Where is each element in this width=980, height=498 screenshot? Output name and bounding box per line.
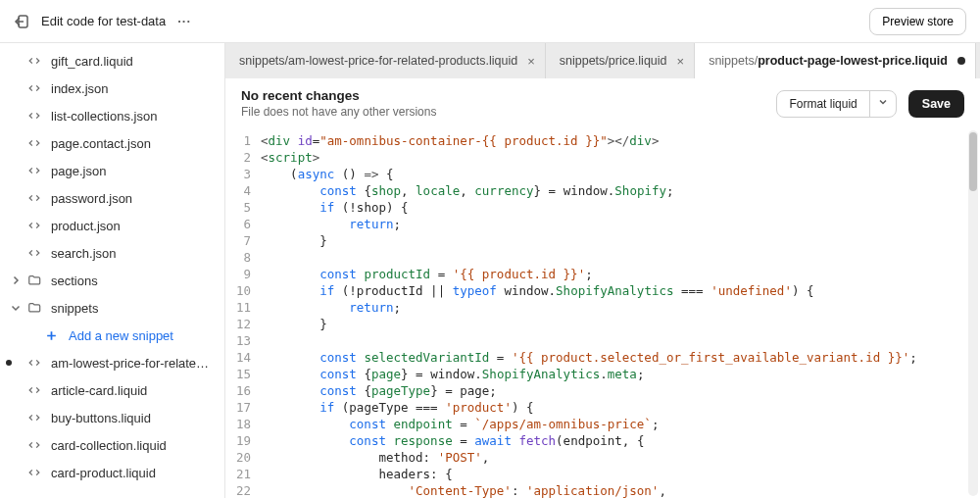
editor-tab[interactable]: snippets/am-lowest-price-for-related-pro…	[225, 43, 546, 78]
file-label: gift_card.liquid	[51, 54, 133, 69]
code-icon	[27, 81, 43, 95]
file-label: article-card.liquid	[51, 383, 147, 398]
code-editor[interactable]: 1234567891011121314151617181920212223242…	[225, 128, 980, 498]
sidebar-file[interactable]: gift_card.liquid	[0, 47, 224, 75]
file-label: index.json	[51, 81, 109, 96]
sidebar-file[interactable]: am-lowest-price-for-related-prod...	[0, 349, 224, 376]
sidebar-file[interactable]: card-product.liquid	[0, 459, 224, 486]
changes-subtitle: File does not have any other versions	[241, 105, 764, 119]
file-label: list-collections.json	[51, 109, 157, 124]
file-label: page.contact.json	[51, 136, 151, 151]
code-icon	[27, 411, 43, 424]
folder-icon	[27, 301, 43, 315]
chevron-down-icon	[10, 302, 24, 314]
tab-label: snippets/price.liquid	[560, 54, 667, 68]
sidebar-file[interactable]: index.json	[0, 75, 224, 102]
sidebar-file[interactable]: card-collection.liquid	[0, 431, 224, 459]
folder-label: snippets	[51, 301, 98, 316]
sidebar-file[interactable]: product.json	[0, 212, 224, 239]
sidebar-folder-snippets[interactable]: snippets	[0, 294, 224, 322]
code-icon	[27, 164, 43, 177]
sidebar-file[interactable]: article-card.liquid	[0, 376, 224, 404]
sidebar-file[interactable]: search.json	[0, 239, 224, 267]
format-liquid-button[interactable]: Format liquid	[776, 90, 896, 118]
file-label: search.json	[51, 246, 116, 261]
file-label: buy-buttons.liquid	[51, 411, 151, 425]
code-icon	[27, 438, 43, 452]
add-snippet-button[interactable]: Add a new snippet	[0, 322, 224, 349]
save-button[interactable]: Save	[908, 90, 964, 118]
file-label: password.json	[51, 191, 132, 206]
sidebar-file[interactable]: list-collections.json	[0, 102, 224, 129]
plus-icon	[45, 329, 61, 342]
page-title: Edit code for test-data	[41, 14, 166, 28]
file-sidebar[interactable]: gift_card.liquidindex.jsonlist-collectio…	[0, 43, 225, 498]
file-label: card-collection.liquid	[51, 438, 167, 453]
code-icon	[27, 383, 43, 397]
tab-label: snippets/am-lowest-price-for-related-pro…	[239, 54, 517, 68]
sidebar-file[interactable]: buy-buttons.liquid	[0, 404, 224, 431]
format-liquid-label[interactable]: Format liquid	[777, 91, 868, 117]
code-icon	[27, 109, 43, 123]
code-icon	[27, 356, 43, 370]
code-icon	[27, 219, 43, 232]
tab-label: snippets/product-page-lowest-price.liqui…	[709, 54, 948, 68]
format-liquid-caret[interactable]	[869, 91, 896, 117]
editor-scrollbar[interactable]	[968, 130, 978, 496]
file-label: card-product.liquid	[51, 466, 156, 480]
code-icon	[27, 191, 43, 205]
file-label: product.json	[51, 219, 121, 233]
code-content[interactable]: <div id="am-omnibus-container-{{ product…	[261, 128, 980, 498]
preview-store-button[interactable]: Preview store	[869, 8, 966, 35]
more-actions-button[interactable]: ···	[177, 14, 191, 28]
folder-icon	[27, 274, 43, 287]
dirty-dot-icon	[957, 57, 965, 65]
code-icon	[27, 136, 43, 150]
exit-icon[interactable]	[14, 14, 29, 29]
close-tab-icon[interactable]: ×	[677, 54, 685, 69]
editor-tab[interactable]: snippets/price.liquid×	[546, 43, 695, 78]
sidebar-folder-sections[interactable]: sections	[0, 267, 224, 294]
line-gutter: 1234567891011121314151617181920212223242…	[225, 128, 261, 498]
sidebar-file[interactable]: page.contact.json	[0, 129, 224, 157]
close-tab-icon[interactable]: ×	[527, 54, 535, 69]
editor-main: snippets/am-lowest-price-for-related-pro…	[225, 43, 980, 498]
changes-title: No recent changes	[241, 88, 764, 103]
folder-label: sections	[51, 274, 98, 288]
sidebar-file[interactable]: page.json	[0, 157, 224, 184]
dirty-dot-icon	[6, 360, 12, 366]
code-icon	[27, 54, 43, 68]
code-icon	[27, 466, 43, 479]
editor-tab[interactable]: snippets/product-page-lowest-price.liqui…	[695, 43, 976, 78]
file-label: page.json	[51, 164, 106, 178]
code-icon	[27, 246, 43, 260]
editor-tabs: snippets/am-lowest-price-for-related-pro…	[225, 43, 980, 78]
chevron-right-icon	[10, 274, 24, 286]
topbar: Edit code for test-data ··· Preview stor…	[0, 0, 980, 43]
add-snippet-label: Add a new snippet	[69, 328, 173, 343]
file-label: am-lowest-price-for-related-prod...	[51, 356, 213, 371]
file-toolbar: No recent changes File does not have any…	[225, 78, 980, 128]
sidebar-file[interactable]: password.json	[0, 184, 224, 212]
